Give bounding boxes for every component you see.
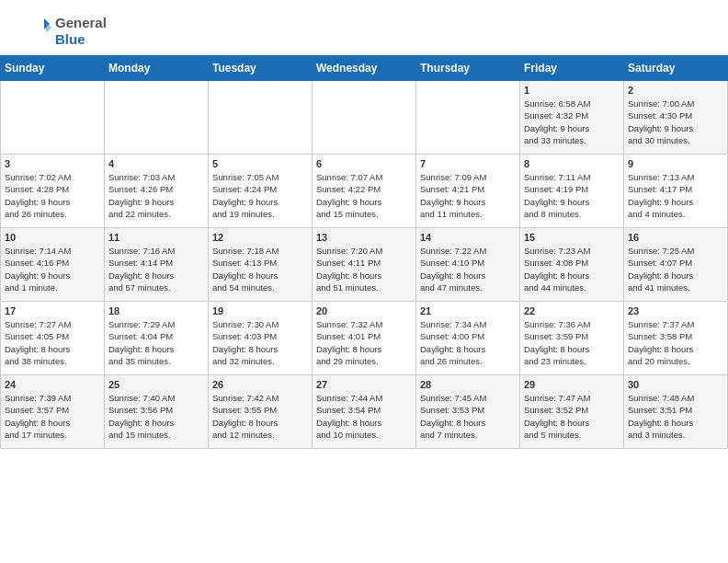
day-number: 25 — [108, 379, 204, 390]
day-info: Sunrise: 7:42 AM Sunset: 3:55 PM Dayligh… — [212, 392, 308, 441]
day-number: 10 — [5, 232, 100, 243]
day-cell: 26Sunrise: 7:42 AM Sunset: 3:55 PM Dayli… — [209, 375, 313, 449]
day-number: 20 — [316, 305, 412, 316]
day-cell: 24Sunrise: 7:39 AM Sunset: 3:57 PM Dayli… — [1, 375, 105, 449]
header-cell-sunday: Sunday — [1, 56, 105, 81]
header-cell-tuesday: Tuesday — [209, 56, 313, 81]
day-info: Sunrise: 7:09 AM Sunset: 4:21 PM Dayligh… — [420, 171, 516, 220]
day-number: 13 — [316, 232, 412, 243]
day-info: Sunrise: 7:03 AM Sunset: 4:26 PM Dayligh… — [108, 171, 204, 220]
day-number: 9 — [628, 158, 723, 169]
day-number: 24 — [5, 379, 100, 390]
day-info: Sunrise: 7:05 AM Sunset: 4:24 PM Dayligh… — [212, 171, 308, 220]
day-number: 4 — [108, 158, 204, 169]
day-number: 23 — [628, 305, 723, 316]
day-info: Sunrise: 7:40 AM Sunset: 3:56 PM Dayligh… — [108, 392, 204, 441]
day-info: Sunrise: 7:29 AM Sunset: 4:04 PM Dayligh… — [108, 318, 204, 367]
day-info: Sunrise: 7:27 AM Sunset: 4:05 PM Dayligh… — [5, 318, 100, 367]
day-cell: 11Sunrise: 7:16 AM Sunset: 4:14 PM Dayli… — [105, 228, 209, 302]
day-cell: 17Sunrise: 7:27 AM Sunset: 4:05 PM Dayli… — [1, 302, 105, 375]
day-cell: 16Sunrise: 7:25 AM Sunset: 4:07 PM Dayli… — [624, 228, 728, 302]
calendar-header: SundayMondayTuesdayWednesdayThursdayFrid… — [1, 56, 728, 81]
day-cell: 23Sunrise: 7:37 AM Sunset: 3:58 PM Dayli… — [624, 302, 728, 375]
logo-blue-text: Blue — [55, 31, 107, 48]
day-number: 6 — [316, 158, 412, 169]
day-cell: 1Sunrise: 6:58 AM Sunset: 4:32 PM Daylig… — [520, 81, 624, 155]
header-row: SundayMondayTuesdayWednesdayThursdayFrid… — [1, 56, 728, 81]
day-cell: 4Sunrise: 7:03 AM Sunset: 4:26 PM Daylig… — [105, 155, 209, 228]
day-cell: 6Sunrise: 7:07 AM Sunset: 4:22 PM Daylig… — [313, 155, 416, 228]
day-number: 19 — [212, 305, 308, 316]
logo-general-text: General — [55, 15, 107, 31]
day-number: 21 — [420, 305, 516, 316]
day-cell — [105, 81, 209, 155]
day-info: Sunrise: 7:22 AM Sunset: 4:10 PM Dayligh… — [420, 245, 516, 293]
day-cell: 3Sunrise: 7:02 AM Sunset: 4:28 PM Daylig… — [1, 155, 105, 228]
day-cell: 15Sunrise: 7:23 AM Sunset: 4:08 PM Dayli… — [520, 228, 624, 302]
day-cell: 20Sunrise: 7:32 AM Sunset: 4:01 PM Dayli… — [313, 302, 416, 375]
day-info: Sunrise: 7:25 AM Sunset: 4:07 PM Dayligh… — [628, 245, 723, 293]
day-cell: 12Sunrise: 7:18 AM Sunset: 4:13 PM Dayli… — [209, 228, 313, 302]
day-number: 14 — [420, 232, 516, 243]
day-info: Sunrise: 7:00 AM Sunset: 4:30 PM Dayligh… — [628, 98, 723, 146]
day-cell: 29Sunrise: 7:47 AM Sunset: 3:52 PM Dayli… — [520, 375, 624, 449]
day-number: 7 — [420, 158, 516, 169]
day-info: Sunrise: 7:30 AM Sunset: 4:03 PM Dayligh… — [212, 318, 308, 367]
day-cell: 28Sunrise: 7:45 AM Sunset: 3:53 PM Dayli… — [416, 375, 520, 449]
day-cell: 7Sunrise: 7:09 AM Sunset: 4:21 PM Daylig… — [416, 155, 520, 228]
day-cell — [313, 81, 416, 155]
week-row-1: 1Sunrise: 6:58 AM Sunset: 4:32 PM Daylig… — [1, 81, 728, 155]
day-info: Sunrise: 7:36 AM Sunset: 3:59 PM Dayligh… — [524, 318, 620, 367]
calendar-body: 1Sunrise: 6:58 AM Sunset: 4:32 PM Daylig… — [1, 81, 728, 449]
day-cell: 2Sunrise: 7:00 AM Sunset: 4:30 PM Daylig… — [624, 81, 728, 155]
day-cell — [416, 81, 520, 155]
day-cell: 18Sunrise: 7:29 AM Sunset: 4:04 PM Dayli… — [105, 302, 209, 375]
day-cell: 22Sunrise: 7:36 AM Sunset: 3:59 PM Dayli… — [520, 302, 624, 375]
day-info: Sunrise: 7:48 AM Sunset: 3:51 PM Dayligh… — [628, 392, 723, 441]
day-info: Sunrise: 6:58 AM Sunset: 4:32 PM Dayligh… — [524, 98, 620, 146]
day-number: 2 — [628, 85, 723, 96]
day-info: Sunrise: 7:02 AM Sunset: 4:28 PM Dayligh… — [5, 171, 100, 220]
week-row-2: 3Sunrise: 7:02 AM Sunset: 4:28 PM Daylig… — [1, 155, 728, 228]
day-cell: 10Sunrise: 7:14 AM Sunset: 4:16 PM Dayli… — [1, 228, 105, 302]
day-info: Sunrise: 7:14 AM Sunset: 4:16 PM Dayligh… — [5, 245, 100, 293]
day-info: Sunrise: 7:32 AM Sunset: 4:01 PM Dayligh… — [316, 318, 412, 367]
header-cell-thursday: Thursday — [416, 56, 520, 81]
day-info: Sunrise: 7:47 AM Sunset: 3:52 PM Dayligh… — [524, 392, 620, 441]
day-number: 18 — [108, 305, 204, 316]
day-cell: 13Sunrise: 7:20 AM Sunset: 4:11 PM Dayli… — [313, 228, 416, 302]
day-number: 17 — [5, 305, 100, 316]
day-cell: 14Sunrise: 7:22 AM Sunset: 4:10 PM Dayli… — [416, 228, 520, 302]
logo: General Blue — [18, 15, 107, 48]
day-info: Sunrise: 7:39 AM Sunset: 3:57 PM Dayligh… — [5, 392, 100, 441]
day-number: 3 — [5, 158, 100, 169]
day-cell: 9Sunrise: 7:13 AM Sunset: 4:17 PM Daylig… — [624, 155, 728, 228]
day-number: 27 — [316, 379, 412, 390]
day-info: Sunrise: 7:18 AM Sunset: 4:13 PM Dayligh… — [212, 245, 308, 293]
header-cell-saturday: Saturday — [624, 56, 728, 81]
header-cell-wednesday: Wednesday — [313, 56, 416, 81]
day-number: 12 — [212, 232, 308, 243]
week-row-4: 17Sunrise: 7:27 AM Sunset: 4:05 PM Dayli… — [1, 302, 728, 375]
day-cell: 27Sunrise: 7:44 AM Sunset: 3:54 PM Dayli… — [313, 375, 416, 449]
day-cell: 25Sunrise: 7:40 AM Sunset: 3:56 PM Dayli… — [105, 375, 209, 449]
day-info: Sunrise: 7:37 AM Sunset: 3:58 PM Dayligh… — [628, 318, 723, 367]
week-row-3: 10Sunrise: 7:14 AM Sunset: 4:16 PM Dayli… — [1, 228, 728, 302]
week-row-5: 24Sunrise: 7:39 AM Sunset: 3:57 PM Dayli… — [1, 375, 728, 449]
day-cell: 21Sunrise: 7:34 AM Sunset: 4:00 PM Dayli… — [416, 302, 520, 375]
day-number: 8 — [524, 158, 620, 169]
day-number: 26 — [212, 379, 308, 390]
header: General Blue — [0, 0, 728, 55]
day-number: 11 — [108, 232, 204, 243]
day-number: 5 — [212, 158, 308, 169]
day-info: Sunrise: 7:07 AM Sunset: 4:22 PM Dayligh… — [316, 171, 412, 220]
day-info: Sunrise: 7:13 AM Sunset: 4:17 PM Dayligh… — [628, 171, 723, 220]
day-number: 28 — [420, 379, 516, 390]
day-cell: 19Sunrise: 7:30 AM Sunset: 4:03 PM Dayli… — [209, 302, 313, 375]
day-number: 1 — [524, 85, 620, 96]
day-cell — [1, 81, 105, 155]
day-number: 30 — [628, 379, 723, 390]
day-info: Sunrise: 7:23 AM Sunset: 4:08 PM Dayligh… — [524, 245, 620, 293]
day-info: Sunrise: 7:20 AM Sunset: 4:11 PM Dayligh… — [316, 245, 412, 293]
logo-icon — [18, 15, 51, 48]
